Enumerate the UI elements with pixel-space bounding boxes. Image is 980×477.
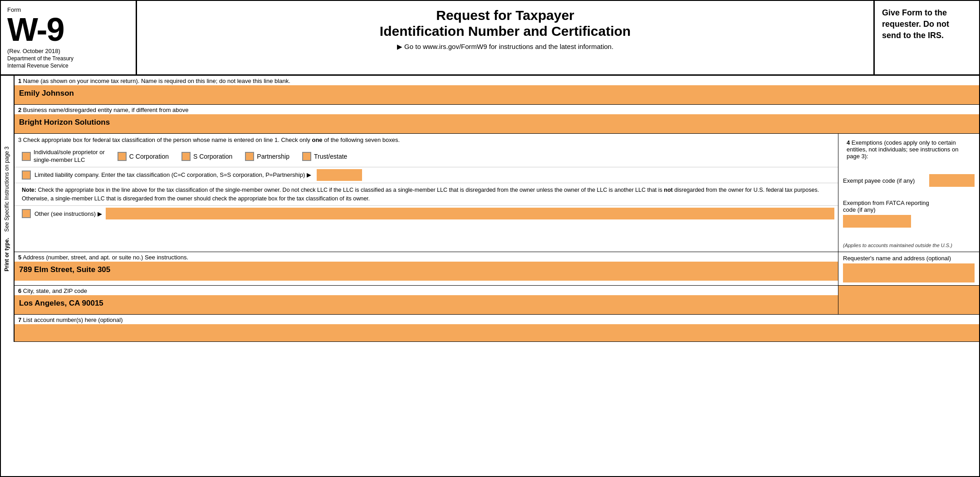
- checkbox-partnership[interactable]: Partnership: [245, 152, 289, 161]
- note-bold: not: [664, 187, 672, 193]
- field7-label-text: List account number(s) here (optional): [21, 316, 122, 323]
- field4-label: 4 Exemptions (codes apply only to certai…: [843, 137, 975, 161]
- address-left: 5 Address (number, street, and apt. or s…: [15, 252, 838, 285]
- checkbox-trust[interactable]: Trust/estate: [302, 152, 347, 161]
- section-3: 3 Check appropriate box for federal tax …: [15, 134, 838, 252]
- fatca-section: Exemption from FATCA reporting code (if …: [843, 200, 975, 229]
- field6-label-text: City, state, and ZIP code: [21, 287, 87, 294]
- form-number: W-9: [7, 13, 129, 46]
- dept1: Department of the Treasury: [7, 55, 129, 62]
- form-body: Print or type. See Specific Instructions…: [1, 76, 979, 342]
- exempt-payee-input[interactable]: [929, 174, 975, 187]
- fatca-input[interactable]: [843, 215, 911, 228]
- checkbox-partnership-box[interactable]: [245, 152, 254, 161]
- field6-label: 6 City, state, and ZIP code: [15, 286, 838, 295]
- fatca-label-line2: code (if any): [843, 206, 975, 213]
- form-header: Form W-9 (Rev. October 2018) Department …: [1, 1, 979, 76]
- field2-label-text: Business name/disregarded entity name, i…: [21, 107, 188, 113]
- side-label-bold: Print or type.: [4, 238, 10, 271]
- field4-label-text: Exemptions (codes apply only to certain …: [847, 139, 958, 160]
- exempt-payee-row: Exempt payee code (if any): [843, 174, 975, 187]
- field2-input[interactable]: Bright Horizon Solutions: [15, 114, 979, 133]
- checkbox-other-box[interactable]: [22, 209, 31, 218]
- city-left: 6 City, state, and ZIP code Los Angeles,…: [15, 286, 838, 314]
- checkbox-s-corp[interactable]: S Corporation: [181, 152, 232, 161]
- other-input[interactable]: [106, 208, 834, 219]
- field5-label-text: Address (number, street, and apt. or sui…: [21, 254, 188, 261]
- note-text1: Check the appropriate box in the line ab…: [36, 187, 664, 193]
- title-line1: Request for Taxpayer: [146, 7, 864, 24]
- checkbox-c-corp[interactable]: C Corporation: [118, 152, 169, 161]
- city-section: 6 City, state, and ZIP code Los Angeles,…: [15, 286, 979, 315]
- field1-input[interactable]: Emily Johnson: [15, 85, 979, 104]
- checkbox-trust-label: Trust/estate: [314, 153, 347, 160]
- field3-label-main: Check appropriate box for federal tax cl…: [21, 136, 312, 143]
- checkbox-individual-label: Individual/sole proprietor orsingle-memb…: [34, 149, 105, 164]
- header-center: Request for Taxpayer Identification Numb…: [137, 1, 875, 74]
- city-right-requester[interactable]: [838, 286, 979, 314]
- section-4: 4 Exemptions (codes apply only to certai…: [838, 134, 979, 252]
- address-section: 5 Address (number, street, and apt. or s…: [15, 252, 979, 286]
- field3-label-bold: one: [312, 136, 322, 143]
- field7-input[interactable]: [15, 324, 979, 341]
- header-right: Give Form to therequester. Do notsend to…: [875, 1, 979, 74]
- applies-text: (Applies to accounts maintained outside …: [843, 243, 975, 248]
- field5-label: 5 Address (number, street, and apt. or s…: [15, 252, 838, 262]
- checkboxes-row: Individual/sole proprietor orsingle-memb…: [15, 146, 838, 167]
- field1-label-text: Name (as shown on your income tax return…: [21, 78, 290, 84]
- note-block: Note: Check the appropriate box in the l…: [15, 183, 838, 206]
- side-label: Print or type. See Specific Instructions…: [1, 76, 15, 342]
- form-main-content: 1 Name (as shown on your income tax retu…: [15, 76, 979, 342]
- checkbox-c-corp-box[interactable]: [118, 152, 127, 161]
- side-label-text: Print or type. See Specific Instructions…: [4, 146, 11, 271]
- other-label: Other (see instructions) ▶: [34, 210, 102, 217]
- form-rev: (Rev. October 2018): [7, 48, 129, 54]
- checkbox-individual-box[interactable]: [22, 152, 31, 161]
- section-3-4: 3 Check appropriate box for federal tax …: [15, 134, 979, 252]
- checkbox-c-corp-label: C Corporation: [129, 153, 169, 160]
- field6-input[interactable]: Los Angeles, CA 90015: [15, 295, 838, 314]
- llc-row: Limited liability company. Enter the tax…: [15, 167, 838, 183]
- field2-row: 2 Business name/disregarded entity name,…: [15, 105, 979, 134]
- checkbox-individual[interactable]: Individual/sole proprietor orsingle-memb…: [22, 149, 105, 164]
- account-section: 7 List account number(s) here (optional): [15, 315, 979, 342]
- field5-input[interactable]: 789 Elm Street, Suite 305: [15, 262, 838, 281]
- field3-label-end: of the following seven boxes.: [323, 136, 400, 143]
- other-row: Other (see instructions) ▶: [15, 205, 838, 221]
- header-left: Form W-9 (Rev. October 2018) Department …: [1, 1, 137, 74]
- requester-input[interactable]: [843, 263, 975, 282]
- checkbox-trust-box[interactable]: [302, 152, 311, 161]
- exempt-payee-label: Exempt payee code (if any): [843, 177, 915, 184]
- checkbox-s-corp-box[interactable]: [181, 152, 191, 161]
- llc-input[interactable]: [317, 169, 362, 181]
- title-line2: Identification Number and Certification: [146, 24, 864, 39]
- note-prefix: Note:: [22, 187, 36, 193]
- field7-label: 7 List account number(s) here (optional): [15, 315, 979, 324]
- website-text: ▶ Go to www.irs.gov/FormW9 for instructi…: [146, 43, 864, 51]
- checkbox-partnership-label: Partnership: [257, 153, 289, 160]
- dept2: Internal Revenue Service: [7, 63, 129, 69]
- give-form-text: Give Form to therequester. Do notsend to…: [882, 8, 949, 40]
- checkbox-s-corp-label: S Corporation: [193, 153, 232, 160]
- llc-label: Limited liability company. Enter the tax…: [34, 171, 311, 178]
- requester-label: Requester's name and address (optional): [843, 255, 975, 262]
- fatca-label-line1: Exemption from FATCA reporting: [843, 200, 975, 206]
- field3-header: 3 Check appropriate box for federal tax …: [15, 134, 838, 146]
- field1-label: 1 Name (as shown on your income tax retu…: [15, 76, 979, 85]
- checkbox-llc-box[interactable]: [22, 170, 31, 180]
- address-right: Requester's name and address (optional): [838, 252, 979, 285]
- field2-label: 2 Business name/disregarded entity name,…: [15, 105, 979, 114]
- field1-row: 1 Name (as shown on your income tax retu…: [15, 76, 979, 105]
- w9-form: Form W-9 (Rev. October 2018) Department …: [0, 0, 980, 477]
- side-label-instructions: See Specific Instructions on page 3: [4, 146, 10, 232]
